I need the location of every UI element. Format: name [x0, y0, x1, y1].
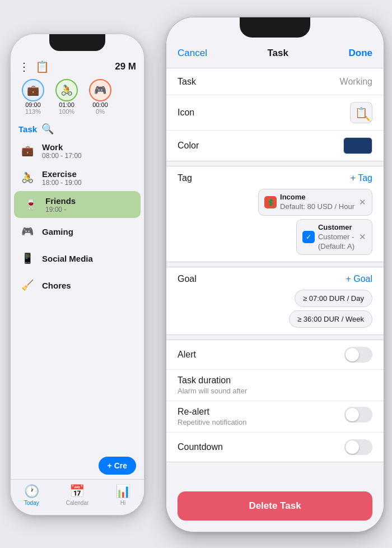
- back-phone: ⋮ 📋 29 M 💼 09:00 113% 🚴 01:00 100%: [10, 34, 144, 516]
- income-chip-line1: Income: [280, 193, 354, 202]
- front-phone-notch: [240, 17, 310, 38]
- history-icon: 📊: [115, 484, 130, 499]
- icon-row[interactable]: Icon 📋 ✏️: [166, 95, 384, 131]
- goal-section: Goal + Goal ≥ 07:00 DUR / Day ≥ 36:00 DU…: [166, 267, 384, 335]
- realert-label: Re-alert: [178, 407, 247, 417]
- income-chip-close[interactable]: ✕: [359, 197, 366, 207]
- alert-section: Alert Task duration Alarm will sound aft…: [166, 340, 384, 462]
- task-row[interactable]: Task Working: [166, 68, 384, 95]
- tab-history[interactable]: 📊 Hi: [115, 484, 130, 506]
- work-icon: 💼: [18, 142, 36, 160]
- back-phone-notch: [49, 34, 105, 51]
- countdown-row: Countdown: [166, 433, 384, 462]
- back-date: 29 M: [115, 61, 136, 72]
- alert-label: Alert: [178, 350, 196, 360]
- realert-row: Re-alert Repetitive notification: [166, 401, 384, 433]
- tab-bar: 🕐 Today 📅 Calendar 📊 Hi: [11, 479, 144, 515]
- exercise-icon: 🚴: [18, 169, 36, 187]
- tab-calendar[interactable]: 📅 Calendar: [66, 484, 89, 506]
- activity-work[interactable]: 💼 09:00 113%: [18, 79, 48, 115]
- task-field-value: Working: [340, 77, 372, 87]
- alert-toggle[interactable]: [344, 347, 372, 363]
- create-fab[interactable]: + Cre: [99, 457, 136, 475]
- customer-chip-line1: Customer: [318, 223, 354, 233]
- task-item-social[interactable]: 📱 Social Media: [11, 245, 144, 272]
- exercise-schedule: 18:00 - 19:00: [42, 179, 82, 187]
- exercise-pct: 100%: [59, 108, 74, 115]
- back-header: ⋮ 📋 29 M: [11, 55, 144, 76]
- task-duration-sub: Alarm will sound after: [178, 387, 247, 395]
- add-goal-button[interactable]: + Goal: [346, 274, 372, 284]
- goal-chip-day[interactable]: ≥ 07:00 DUR / Day: [295, 290, 372, 307]
- customer-chip-line2: Customer -: [318, 233, 354, 242]
- work-time: 09:00: [25, 101, 41, 108]
- goal-chip-week[interactable]: ≥ 36:00 DUR / Week: [289, 310, 372, 328]
- tag-chip-income[interactable]: 💲 Income Default: 80 USD / Hour ✕: [258, 189, 372, 216]
- task-section-label: Task: [18, 124, 37, 134]
- chores-name: Chores: [42, 281, 71, 290]
- countdown-toggle[interactable]: [344, 439, 372, 455]
- task-item-chores[interactable]: 🧹 Chores: [11, 272, 144, 299]
- front-phone: Cancel Task Done Task Working Icon 📋 ✏️: [166, 17, 384, 532]
- cancel-button[interactable]: Cancel: [178, 48, 207, 59]
- nav-title: Task: [267, 48, 288, 59]
- today-icon: 🕐: [24, 484, 39, 499]
- basic-fields-section: Task Working Icon 📋 ✏️ Color: [166, 68, 384, 161]
- realert-toggle[interactable]: [344, 407, 372, 422]
- exercise-activity-icon: 🚴: [60, 84, 73, 96]
- task-section-header: Task 🔍: [11, 118, 144, 137]
- fab-label: + Cre: [108, 461, 127, 470]
- delete-task-button[interactable]: Delete Task: [178, 491, 372, 521]
- task-item-exercise[interactable]: 🚴 Exercise 18:00 - 19:00: [11, 164, 144, 191]
- work-schedule: 08:00 - 17:00: [42, 152, 82, 160]
- alert-row: Alert: [166, 340, 384, 370]
- color-field-label: Color: [178, 141, 199, 151]
- task-duration-group: Task duration Alarm will sound after: [178, 375, 247, 395]
- income-chip-line2: Default: 80 USD / Hour: [280, 202, 354, 212]
- gaming-time: 00:00: [92, 101, 108, 108]
- gaming-activity-icon: 🎮: [94, 84, 106, 96]
- chores-icon: 🧹: [18, 276, 36, 294]
- back-header-icons: ⋮ 📋: [18, 60, 49, 73]
- customer-chip-close[interactable]: ✕: [359, 232, 366, 242]
- history-label: Hi: [120, 500, 125, 506]
- form-scroll: Task Working Icon 📋 ✏️ Color: [166, 63, 384, 532]
- exercise-time: 01:00: [59, 101, 74, 108]
- search-icon[interactable]: 🔍: [41, 123, 54, 135]
- task-field-label: Task: [178, 77, 196, 87]
- activity-gaming[interactable]: 🎮 00:00 0%: [86, 79, 115, 115]
- customer-tag-icon: ✓: [302, 231, 315, 243]
- task-item-friends[interactable]: 🍷 Friends 19:00 -: [14, 191, 141, 218]
- edit-icon-pencil: ✏️: [365, 116, 371, 122]
- color-swatch[interactable]: [343, 137, 372, 154]
- social-name: Social Media: [42, 254, 93, 263]
- activity-exercise[interactable]: 🚴 01:00 100%: [52, 79, 81, 115]
- work-pct: 113%: [25, 108, 41, 115]
- friends-name: Friends: [45, 196, 76, 206]
- tag-label: Tag: [178, 173, 192, 183]
- customer-chip-line3: (Default: A): [318, 242, 354, 252]
- menu-icon[interactable]: ⋮: [18, 60, 30, 73]
- customer-chip-text: Customer Customer - (Default: A): [318, 223, 354, 252]
- task-item-work[interactable]: 💼 Work 08:00 - 17:00: [11, 137, 144, 164]
- income-tag-icon: 💲: [264, 196, 277, 208]
- gaming-name: Gaming: [42, 227, 73, 236]
- calendar-label: Calendar: [66, 500, 89, 506]
- icon-badge[interactable]: 📋 ✏️: [350, 102, 372, 123]
- clipboard-icon[interactable]: 📋: [35, 60, 49, 73]
- today-label: Today: [24, 500, 39, 506]
- gaming-pct: 0%: [96, 108, 105, 115]
- work-name: Work: [42, 142, 82, 152]
- friends-schedule: 19:00 -: [45, 206, 76, 213]
- tab-today[interactable]: 🕐 Today: [24, 484, 39, 506]
- task-item-gaming[interactable]: 🎮 Gaming: [11, 218, 144, 245]
- add-tag-button[interactable]: + Tag: [351, 173, 372, 183]
- task-duration-row: Task duration Alarm will sound after: [166, 370, 384, 401]
- done-button[interactable]: Done: [348, 48, 372, 59]
- tag-chip-customer[interactable]: ✓ Customer Customer - (Default: A) ✕: [296, 219, 372, 256]
- exercise-name: Exercise: [42, 169, 82, 179]
- tag-chips: 💲 Income Default: 80 USD / Hour ✕ ✓ Cust…: [178, 189, 372, 255]
- color-row[interactable]: Color: [166, 131, 384, 161]
- tag-header: Tag + Tag: [178, 173, 372, 183]
- goal-label: Goal: [178, 274, 197, 284]
